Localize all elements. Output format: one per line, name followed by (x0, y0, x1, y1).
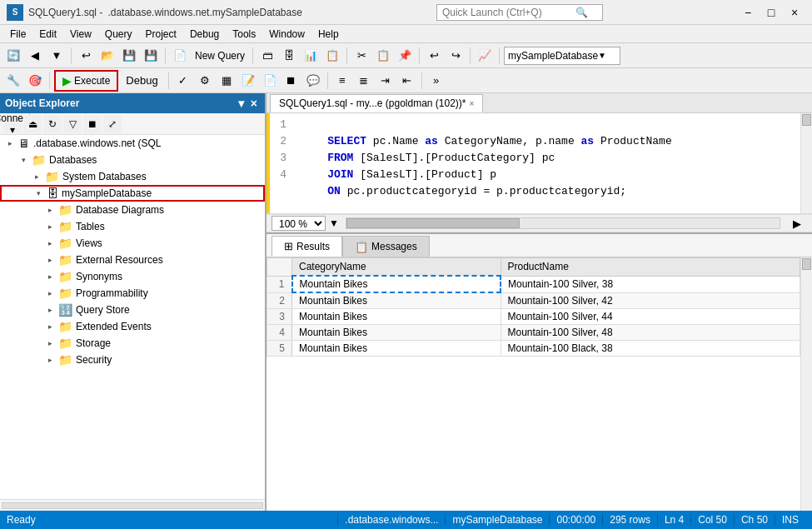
folder-open-icon[interactable]: 📂 (97, 46, 117, 66)
quick-launch-input[interactable] (442, 7, 575, 18)
expand-views-icon[interactable]: ▸ (43, 237, 57, 250)
undo-icon[interactable]: ↩ (76, 46, 96, 66)
oe-horizontal-scrollbar[interactable] (0, 499, 265, 511)
parse-icon[interactable]: ⚙ (195, 71, 215, 91)
xml-icon[interactable]: 📋 (322, 46, 342, 66)
menu-file[interactable]: File (3, 27, 32, 42)
expand-ext-icon[interactable]: ▸ (43, 253, 57, 267)
format3-icon[interactable]: ⇥ (376, 71, 396, 91)
expand-storage-icon[interactable]: ▸ (43, 337, 57, 350)
expand-diagrams-icon[interactable]: ▸ (43, 203, 57, 217)
scroll-right-icon[interactable]: ▶ (787, 213, 807, 233)
comment-icon[interactable]: 💬 (303, 71, 323, 91)
expand-ee-icon[interactable]: ▸ (43, 320, 57, 333)
cut-icon[interactable]: ✂ (351, 46, 371, 66)
maximize-button[interactable]: □ (760, 3, 782, 22)
copy-icon[interactable]: 📋 (373, 46, 393, 66)
my-sample-database-node[interactable]: ▾ 🗄 mySampleDatabase (0, 185, 265, 202)
tables-node[interactable]: ▸ 📁 Tables (0, 218, 265, 235)
expand-databases-icon[interactable]: ▾ (17, 153, 30, 167)
external-resources-node[interactable]: ▸ 📁 External Resources (0, 252, 265, 268)
grid-icon[interactable]: ▦ (217, 71, 237, 91)
menu-tools[interactable]: Tools (226, 27, 262, 42)
views-node[interactable]: ▸ 📁 Views (0, 235, 265, 252)
expand-server-icon[interactable]: ▸ (3, 137, 17, 150)
menu-query[interactable]: Query (98, 27, 139, 42)
new-query-icon[interactable]: 📄 (170, 46, 190, 66)
more-icon[interactable]: » (426, 71, 446, 91)
programmability-node[interactable]: ▸ 📁 Programmability (0, 285, 265, 302)
minimize-button[interactable]: − (737, 3, 759, 22)
oe-disconnect-icon[interactable]: ⏏ (23, 115, 42, 133)
new-icon[interactable]: 🔄 (3, 46, 23, 66)
tree-area: ▸ 🖥 .database.windows.net (SQL ▾ 📁 Datab… (0, 135, 265, 499)
oe-refresh-icon[interactable]: ↻ (43, 115, 62, 133)
stop-icon[interactable]: ⏹ (281, 71, 301, 91)
pin-icon[interactable]: ▾ (236, 97, 247, 110)
arrow-back-icon[interactable]: ◀ (25, 46, 45, 66)
code-editor[interactable]: 1 2 3 4 SELECT pc.Name as CategoryName, … (270, 113, 800, 213)
query-store-node[interactable]: ▸ 🔢 Query Store (0, 302, 265, 318)
close-button[interactable]: × (784, 3, 805, 22)
execute-button[interactable]: ▶ Execute (54, 70, 118, 92)
table-row: 4Mountain BikesMountain-100 Silver, 48 (267, 325, 800, 341)
debug-label-btn[interactable]: Debug (120, 71, 163, 91)
database-dropdown[interactable]: mySampleDatabase ▼ (504, 47, 620, 65)
expand-synonyms-icon[interactable]: ▸ (43, 270, 57, 283)
connect-button[interactable]: Connect ▾ (3, 115, 22, 133)
oe-sync-icon[interactable]: ⤢ (103, 115, 122, 133)
db-diagrams-node[interactable]: ▸ 📁 Database Diagrams (0, 202, 265, 218)
query-tab-active[interactable]: SQLQuery1.sql - my...e (pgoldman (102))*… (270, 94, 483, 112)
results-scrollbar[interactable] (800, 257, 812, 511)
text-icon[interactable]: 📝 (238, 71, 258, 91)
db2-icon[interactable]: 🗄 (279, 46, 299, 66)
panel-close-icon[interactable]: × (248, 97, 260, 110)
format1-icon[interactable]: ≡ (332, 71, 352, 91)
editor-scrollbar[interactable] (800, 113, 812, 213)
oe-filter-icon[interactable]: ▽ (63, 115, 82, 133)
db-icon[interactable]: 🗃 (257, 46, 277, 66)
system-databases-node[interactable]: ▸ 📁 System Databases (0, 168, 265, 185)
save-icon[interactable]: 💾 (119, 46, 139, 66)
results-tab[interactable]: ⊞ Results (271, 236, 342, 257)
expand-tables-icon[interactable]: ▸ (43, 220, 57, 233)
menu-edit[interactable]: Edit (32, 27, 63, 42)
menu-project[interactable]: Project (139, 27, 183, 42)
security-node[interactable]: ▸ 📁 Security (0, 352, 265, 368)
paste-icon[interactable]: 📌 (395, 46, 415, 66)
menu-view[interactable]: View (63, 27, 98, 42)
extended-events-node[interactable]: ▸ 📁 Extended Events (0, 318, 265, 335)
report-icon[interactable]: 📈 (475, 46, 495, 66)
new-query-label[interactable]: New Query (192, 50, 248, 62)
expand-mydb-icon[interactable]: ▾ (32, 187, 45, 200)
expand-qs-icon[interactable]: ▸ (43, 303, 57, 317)
file-icon[interactable]: 📄 (260, 71, 280, 91)
synonyms-node[interactable]: ▸ 📁 Synonyms (0, 268, 265, 285)
menu-debug[interactable]: Debug (183, 27, 226, 42)
oe-stop-icon[interactable]: ⏹ (83, 115, 102, 133)
debug-icon[interactable]: 🔧 (3, 71, 23, 91)
redo-icon[interactable]: ↪ (446, 46, 466, 66)
menu-help[interactable]: Help (311, 27, 346, 42)
programmability-icon: 📁 (58, 287, 72, 300)
databases-node[interactable]: ▾ 📁 Databases (0, 152, 265, 168)
save-all-icon[interactable]: 💾 (141, 46, 161, 66)
expand-security-icon[interactable]: ▸ (43, 353, 57, 367)
check-icon[interactable]: ✓ (173, 71, 193, 91)
server-node[interactable]: ▸ 🖥 .database.windows.net (SQL (0, 135, 265, 152)
messages-tab[interactable]: 📋 Messages (342, 236, 430, 257)
format2-icon[interactable]: ≣ (354, 71, 374, 91)
filter-icon[interactable]: 🎯 (25, 71, 45, 91)
undo2-icon[interactable]: ↩ (424, 46, 444, 66)
format4-icon[interactable]: ⇤ (397, 71, 417, 91)
excel-icon[interactable]: 📊 (301, 46, 321, 66)
quick-launch-box[interactable]: 🔍 (436, 4, 603, 21)
horizontal-scrollbar[interactable] (346, 217, 780, 229)
tab-close-icon[interactable]: × (470, 99, 475, 108)
arrow-down-icon[interactable]: ▼ (47, 46, 67, 66)
expand-sysdb-icon[interactable]: ▸ (30, 170, 43, 183)
zoom-select[interactable]: 100 % 75 % 125 % (271, 216, 326, 231)
menu-window[interactable]: Window (262, 27, 311, 42)
expand-prog-icon[interactable]: ▸ (43, 287, 57, 300)
storage-node[interactable]: ▸ 📁 Storage (0, 335, 265, 352)
